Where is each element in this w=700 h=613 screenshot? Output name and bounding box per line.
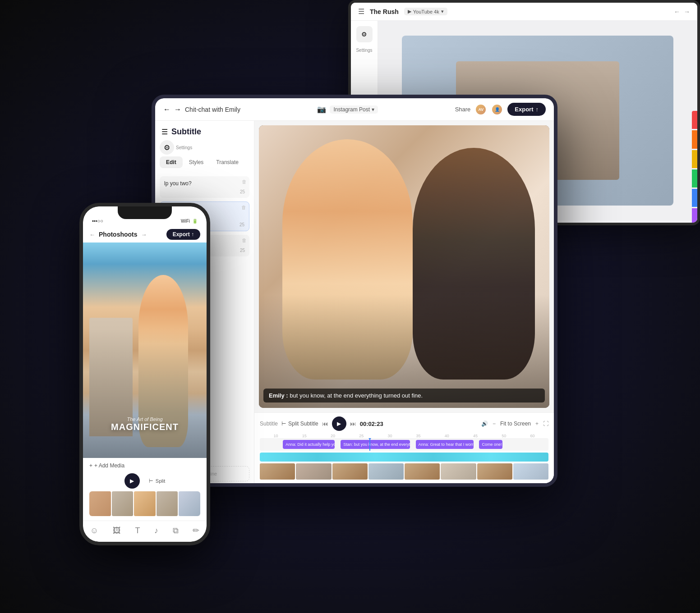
phone-play-controls: ▶ ⊢ Split (89, 473, 200, 489)
ruler-30: 30 (376, 434, 404, 438)
phone-split-button[interactable]: ⊢ Split (149, 478, 165, 484)
phone-topbar: ← Photoshoots → Export ↑ (83, 226, 207, 242)
timeline-right: 🔊 − Fit to Screen + ⛶ (481, 421, 548, 427)
tablet-topbar: ← → Chit-chat with Emily 📷 Instagram Pos… (155, 98, 554, 121)
subtitle-num-1: 25 (164, 189, 245, 194)
subtitle-track[interactable]: Anna: Did it actually help you two? Stan… (260, 438, 548, 451)
subtitle-block-4[interactable]: Come one! (479, 440, 502, 449)
ruler-35: 35 (404, 434, 433, 438)
toolbar-smile[interactable]: ☺ (90, 526, 98, 535)
platform-badge[interactable]: Instagram Post ▾ (330, 105, 378, 114)
export-button[interactable]: Export ↑ (507, 103, 546, 116)
share-button[interactable]: Share (455, 106, 471, 113)
subtitle-label-tl: Subtitle (260, 421, 278, 427)
export-icon: ↑ (536, 106, 539, 113)
phone-back-arrow[interactable]: ← (89, 231, 95, 238)
music-icon: ♪ (154, 526, 158, 535)
thumb-8 (513, 463, 548, 480)
menu-icon[interactable]: ☰ (161, 128, 168, 136)
toolbar-music[interactable]: ♪ (154, 526, 158, 535)
subtitle-block-3[interactable]: Anna: Great to hear that I worried sick! (416, 440, 474, 449)
playhead[interactable] (369, 438, 370, 451)
tablet-app-name: Chit-chat with Emily (185, 106, 240, 113)
phone-export-button[interactable]: Export ↑ (166, 229, 200, 240)
delete-icon-3[interactable]: 🗑 (242, 238, 247, 243)
phone-forward-arrow[interactable]: → (141, 231, 147, 238)
hamburger-icon[interactable]: ☰ (358, 7, 364, 16)
thumbnail-strip (260, 463, 548, 480)
volume-minus[interactable]: − (493, 421, 496, 427)
add-media-button[interactable]: + + Add Media (89, 462, 124, 469)
subtitle-text-1: lp you two? (164, 180, 245, 188)
toolbar-brush[interactable]: ✏ (193, 526, 199, 535)
title-overlay: The Art of Being MAGNIFICENT (83, 416, 207, 432)
timecode: 00:02:23 (360, 421, 383, 427)
thumb-2 (296, 463, 331, 480)
timeline-ruler: 10 15 20 25 30 35 40 45 50 60 (260, 434, 548, 438)
video-preview: Emily : but you know, at the end everyth… (259, 125, 549, 408)
subtitle-item-1[interactable]: lp you two? 25 🗑 (160, 176, 249, 198)
phone-title-main: MAGNIFICENT (83, 422, 207, 432)
dropdown-chevron[interactable]: ▾ (441, 9, 444, 14)
tablet-back-arrow[interactable]: ← (163, 105, 170, 114)
phone-thumbnail-strip (89, 491, 200, 516)
media-icon: 🖼 (113, 526, 121, 535)
add-icon: + (89, 462, 92, 469)
color-strips (692, 111, 700, 225)
tablet-forward-arrow[interactable]: → (174, 105, 181, 114)
tab-edit[interactable]: Edit (160, 156, 183, 168)
thumb-7 (477, 463, 512, 480)
subtitle-title: Subtitle (171, 127, 201, 137)
undo-arrow[interactable]: ← (674, 8, 680, 15)
panel-header: ☰ Subtitle (155, 121, 254, 140)
toolbar-text[interactable]: T (135, 526, 140, 535)
platform-dropdown-chevron[interactable]: ▾ (372, 106, 374, 113)
fullscreen-icon[interactable]: ⛶ (543, 421, 548, 427)
phone-play-button[interactable]: ▶ (124, 473, 140, 489)
brush-icon: ✏ (193, 526, 199, 535)
color-strip-blue (692, 189, 700, 207)
phone-main-image: The Art of Being MAGNIFICENT (83, 242, 207, 458)
thumb-5 (405, 463, 440, 480)
skip-back-button[interactable]: ⏮ (322, 420, 328, 427)
smile-icon: ☺ (90, 526, 98, 535)
panel-tabs: Edit Styles Translate (155, 156, 254, 173)
delete-icon-2[interactable]: 🗑 (241, 205, 246, 210)
avatar-user: 👤 (491, 104, 503, 115)
desktop-project-name: The Rush (370, 8, 399, 15)
phone-export-icon: ↑ (191, 231, 194, 238)
phone-thumb-3 (134, 491, 156, 516)
sidebar-settings-icon[interactable]: ⚙ (356, 26, 373, 42)
ruler-50: 50 (490, 434, 518, 438)
ruler-20: 20 (318, 434, 347, 438)
ruler-25: 25 (347, 434, 376, 438)
volume-icon[interactable]: 🔊 (481, 421, 488, 427)
fit-plus[interactable]: + (535, 421, 539, 427)
phone-photo-bg: The Art of Being MAGNIFICENT (83, 242, 207, 458)
delete-icon-1[interactable]: 🗑 (242, 179, 247, 184)
phone-time: •••○○ (92, 218, 103, 224)
subtitle-block-2[interactable]: Stan: but you know, at the end everythin… (341, 440, 410, 449)
toolbar-layers[interactable]: ⧉ (173, 526, 179, 535)
phone-bottom-controls: + + Add Media ▶ ⊢ Split (83, 458, 207, 521)
tablet-main: ☰ Subtitle ⚙ Settings Edit Styles Transl… (155, 121, 554, 483)
video-area: Emily : but you know, at the end everyth… (254, 121, 554, 483)
fit-screen-label[interactable]: Fit to Screen (500, 421, 531, 427)
toolbar-media[interactable]: 🖼 (113, 526, 121, 535)
tab-translate[interactable]: Translate (210, 156, 245, 168)
settings-icon-circle[interactable]: ⚙ (160, 140, 174, 155)
subtitle-block-1[interactable]: Anna: Did it actually help you two? (283, 440, 335, 449)
phone-screen: •••○○ WiFi 🔋 ← Photoshoots → Export ↑ (83, 206, 207, 542)
play-button[interactable]: ▶ (332, 416, 346, 431)
split-subtitle-button[interactable]: ⊢ Split Subtitle (281, 421, 318, 427)
ruler-10: 10 (262, 434, 290, 438)
subtitle-content: but you know, at the end everything turn… (290, 392, 423, 399)
phone-status-icons: WiFi 🔋 (181, 219, 198, 224)
ruler-45: 45 (461, 434, 489, 438)
phone-project-name: Photoshoots (99, 231, 138, 238)
skip-forward-button[interactable]: ⏭ (350, 420, 356, 427)
redo-arrow[interactable]: → (684, 8, 690, 15)
tab-styles[interactable]: Styles (183, 156, 210, 168)
layers-icon: ⧉ (173, 526, 179, 535)
ruler-60: 60 (518, 434, 547, 438)
